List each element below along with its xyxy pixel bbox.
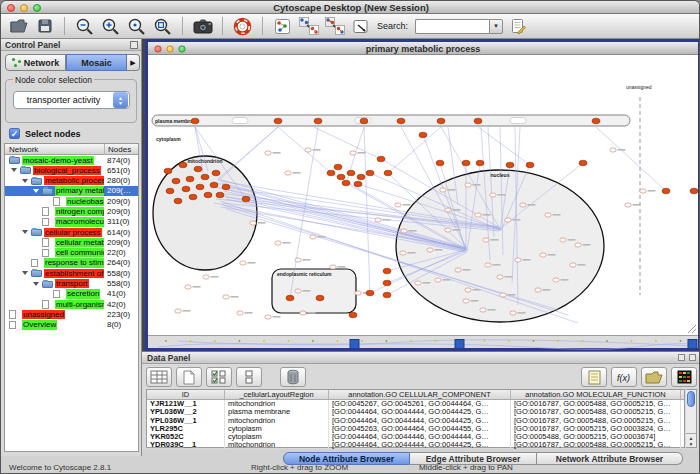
search-options-icon[interactable] xyxy=(506,16,529,37)
zoom-in-icon[interactable] xyxy=(99,16,122,37)
zoom-to-fit-icon[interactable] xyxy=(125,16,148,37)
graph-node-selected[interactable] xyxy=(194,166,202,172)
tree-row[interactable]: nitrogen compo209(0) xyxy=(5,206,138,216)
graph-node-small[interactable] xyxy=(480,308,486,312)
graph-node-small[interactable] xyxy=(500,293,506,297)
overview-handle[interactable] xyxy=(350,340,359,349)
graph-node-selected[interactable] xyxy=(462,160,470,166)
graph-node-selected[interactable] xyxy=(286,295,294,301)
network-overview-icon[interactable] xyxy=(271,16,294,37)
graph-node-small[interactable] xyxy=(275,241,281,245)
disclosure-triangle-icon[interactable] xyxy=(11,168,17,172)
table-row[interactable]: YLR295Ccytoplasm[GO:0045263, GO:0044464,… xyxy=(147,425,684,433)
table-cell[interactable]: [GO:0016787, GO:0005488, GO:0005215, G… xyxy=(511,408,681,416)
graph-node-selected[interactable] xyxy=(316,295,324,301)
tree-row[interactable]: macromolecule311(0) xyxy=(5,217,138,227)
region-nucleus[interactable] xyxy=(396,170,604,322)
zoom-out-icon[interactable] xyxy=(73,16,96,37)
graph-node-small[interactable] xyxy=(310,235,316,239)
table-column-header[interactable]: ID xyxy=(147,390,225,399)
graph-node-selected[interactable] xyxy=(334,164,342,170)
table-cell[interactable]: [GO:0044464, GO:0044446, GO:0044444, G… xyxy=(329,433,511,441)
attribute-table-icon[interactable] xyxy=(146,367,172,387)
graph-node-selected[interactable] xyxy=(164,168,172,174)
tree-row[interactable]: transport558(0) xyxy=(5,279,138,289)
network-view-window[interactable]: primary metabolic process plasma membran… xyxy=(145,39,700,351)
graph-node-small[interactable] xyxy=(223,295,229,299)
overview-handle[interactable] xyxy=(688,340,697,349)
graph-node-selected[interactable] xyxy=(204,192,212,198)
graph-node-selected[interactable] xyxy=(354,181,362,187)
graph-node-small[interactable] xyxy=(515,258,521,262)
graph-node-selected[interactable] xyxy=(384,170,392,176)
graph-node-selected[interactable] xyxy=(397,118,405,124)
graph-node-small[interactable] xyxy=(203,275,209,279)
float-data-panel-icon[interactable] xyxy=(678,354,685,361)
tree-row[interactable]: multi-organism pro42(0) xyxy=(5,299,138,309)
table-column-header[interactable]: _cellularLayoutRegion xyxy=(225,390,329,399)
graph-node-small[interactable] xyxy=(497,275,503,279)
graph-node-small[interactable] xyxy=(440,188,446,192)
attribute-matrix-icon[interactable] xyxy=(671,367,697,387)
annotations-icon[interactable] xyxy=(349,16,372,37)
graph-node-selected[interactable] xyxy=(179,162,187,168)
close-data-panel-icon[interactable] xyxy=(689,354,696,361)
graph-node-small[interactable] xyxy=(305,148,311,152)
graph-node-small[interactable] xyxy=(185,285,191,289)
node-color-combobox[interactable]: transporter activity ▲▼ xyxy=(13,91,130,109)
tree-row[interactable]: metabolic process280(0) xyxy=(5,176,138,186)
graph-node-small[interactable] xyxy=(415,281,421,285)
graph-node-selected[interactable] xyxy=(212,170,220,176)
graph-node-label-pill[interactable] xyxy=(510,118,526,124)
graph-node-small[interactable] xyxy=(350,151,356,155)
search-dropdown-icon[interactable]: ▼ xyxy=(489,19,503,34)
new-network-from-selected-nodes-icon[interactable] xyxy=(297,16,320,37)
more-tabs-icon[interactable]: ▶ xyxy=(127,54,140,71)
graph-node-selected[interactable] xyxy=(347,170,355,176)
graph-node-small[interactable] xyxy=(375,218,381,222)
graph-edge[interactable] xyxy=(364,127,370,293)
new-network-from-selected-edges-icon[interactable] xyxy=(323,16,346,37)
graph-node-small[interactable] xyxy=(355,291,361,295)
graph-node-selected[interactable] xyxy=(592,118,600,124)
graph-node-small[interactable] xyxy=(545,213,551,217)
graph-node-small[interactable] xyxy=(427,248,433,252)
graph-node-small[interactable] xyxy=(485,263,491,267)
table-cell[interactable]: mitochondrion xyxy=(225,400,329,408)
table-cell[interactable]: [GO:0044464, GO:0044444, GO:0044425, G… xyxy=(329,408,511,416)
tree-row[interactable]: cellular process614(0) xyxy=(5,227,138,237)
graph-node-selected[interactable] xyxy=(436,160,444,166)
graph-node-small[interactable] xyxy=(463,299,469,303)
combo-stepper-icon[interactable]: ▲▼ xyxy=(113,92,128,108)
graph-node-small[interactable] xyxy=(175,309,181,313)
disclosure-triangle-icon[interactable] xyxy=(33,282,39,286)
table-row[interactable]: YPL036W__1mitochondrion[GO:0044464, GO:0… xyxy=(147,417,684,425)
graph-node-selected[interactable] xyxy=(506,162,514,168)
graph-node-small[interactable] xyxy=(400,251,406,255)
tree-row[interactable]: response to stimulu264(0) xyxy=(5,258,138,268)
graph-node-selected[interactable] xyxy=(314,118,322,124)
import-attributes-icon[interactable] xyxy=(641,367,667,387)
graph-node-selected[interactable] xyxy=(349,312,357,318)
table-cell[interactable]: [GO:0005488, GO:0005215, GO:0003674] xyxy=(511,433,681,441)
table-cell[interactable]: cytoplasm xyxy=(225,425,329,433)
graph-node-small[interactable] xyxy=(435,278,441,282)
help-icon[interactable] xyxy=(231,16,254,37)
disclosure-triangle-icon[interactable] xyxy=(33,189,39,193)
table-cell[interactable]: [GO:0016787, GO:0005488, GO:0005215, G… xyxy=(511,400,681,408)
graph-node-small[interactable] xyxy=(560,238,566,242)
table-cell[interactable]: mitochondrion xyxy=(225,417,329,425)
graph-node-small[interactable] xyxy=(570,263,576,267)
region-plasma-membrane[interactable] xyxy=(152,115,630,126)
graph-edge[interactable] xyxy=(596,127,666,191)
tree-row[interactable]: cell communicat22(0) xyxy=(5,248,138,258)
graph-node-selected[interactable] xyxy=(337,174,345,180)
disclosure-triangle-icon[interactable] xyxy=(22,230,28,234)
tab-network-attribute-browser[interactable]: Network Attribute Browser xyxy=(537,452,683,465)
graph-node-small[interactable] xyxy=(295,289,301,293)
table-cell[interactable]: plasma membrane xyxy=(225,408,329,416)
table-row[interactable]: YPL036W__2plasma membrane[GO:0044464, GO… xyxy=(147,408,684,416)
delete-attribute-icon[interactable] xyxy=(280,367,306,387)
graph-node-small[interactable] xyxy=(240,261,246,265)
graph-node-selected[interactable] xyxy=(174,198,182,204)
